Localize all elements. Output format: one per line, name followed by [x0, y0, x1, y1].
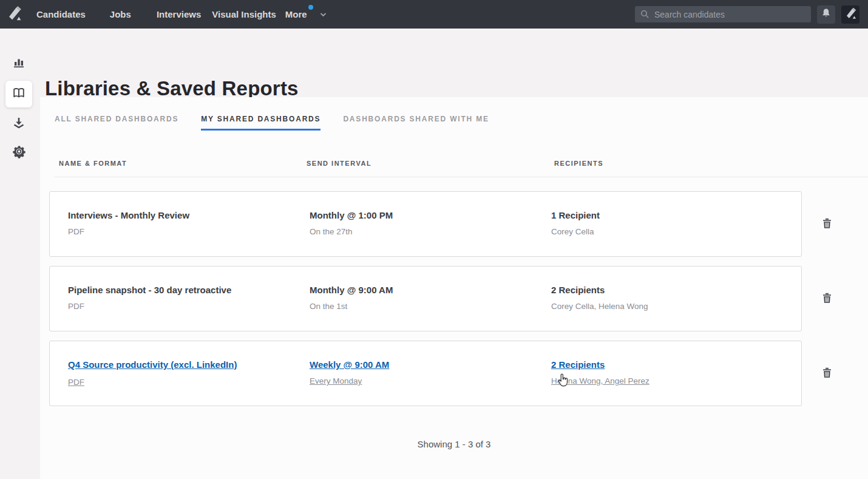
send-interval: Monthly @ 9:00 AM	[310, 285, 551, 295]
recipients-count: 1 Recipient	[551, 210, 801, 220]
recipients-names: Corey Cella	[551, 227, 801, 236]
recipients-names: Corey Cella, Helena Wong	[551, 302, 801, 311]
report-row-hovered[interactable]: Q4 Source productivity (excl. LinkedIn) …	[49, 341, 802, 406]
send-interval-detail: Every Monday	[310, 376, 551, 386]
bell-icon	[821, 8, 831, 21]
download-icon	[12, 116, 25, 132]
send-interval-cell: Monthly @ 1:00 PM On the 27th	[310, 210, 551, 256]
report-name: Pipeline snapshot - 30 day retroactive	[68, 285, 310, 295]
nav-item-more[interactable]: More	[285, 9, 307, 19]
gear-icon	[12, 144, 26, 161]
profile-button[interactable]	[841, 5, 860, 24]
sidebar-item-settings[interactable]	[5, 139, 32, 166]
main-panel: ALL SHARED DASHBOARDS MY SHARED DASHBOAR…	[40, 97, 868, 479]
send-interval-cell: Weekly @ 9:00 AM Every Monday	[310, 359, 551, 406]
pagination-status: Showing 1 - 3 of 3	[40, 439, 868, 449]
send-interval-detail: On the 27th	[310, 227, 551, 236]
delete-report-button[interactable]	[818, 290, 835, 307]
more-label: More	[285, 9, 307, 19]
send-interval: Weekly @ 9:00 AM	[310, 359, 551, 370]
column-header-send-interval: SEND INTERVAL	[307, 160, 371, 167]
search-input[interactable]	[635, 6, 811, 22]
sidebar-item-insights[interactable]	[5, 50, 32, 77]
column-header-recipients: RECIPIENTS	[554, 160, 603, 167]
report-row[interactable]: Interviews - Monthly Review PDF Monthly …	[49, 191, 802, 257]
report-format: PDF	[68, 302, 310, 311]
name-format-cell: Interviews - Monthly Review PDF	[68, 210, 310, 256]
recipients-cell: 1 Recipient Corey Cella	[551, 210, 801, 256]
name-format-cell: Pipeline snapshot - 30 day retroactive P…	[68, 285, 310, 331]
report-format: PDF	[68, 378, 84, 387]
send-interval: Monthly @ 1:00 PM	[310, 210, 551, 220]
page-header: Libraries & Saved Reports	[0, 29, 868, 97]
nav-item-interviews[interactable]: Interviews	[157, 9, 201, 19]
report-name: Q4 Source productivity (excl. LinkedIn)	[68, 359, 310, 370]
notification-dot	[308, 5, 313, 10]
search-icon	[640, 10, 649, 21]
recipients-count: 2 Recipients	[551, 359, 801, 370]
tab-bar: ALL SHARED DASHBOARDS MY SHARED DASHBOAR…	[55, 115, 489, 131]
sidebar-item-exports[interactable]	[5, 110, 32, 137]
nav-item-jobs[interactable]: Jobs	[110, 9, 131, 19]
left-sidebar	[0, 29, 40, 479]
report-row[interactable]: Pipeline snapshot - 30 day retroactive P…	[49, 266, 802, 331]
recipients-cell: 2 Recipients Helena Wong, Angel Perez	[551, 359, 801, 406]
nav-right-cluster	[635, 5, 868, 24]
library-book-icon	[12, 86, 25, 102]
bar-chart-icon	[13, 56, 25, 71]
name-format-cell: Q4 Source productivity (excl. LinkedIn) …	[68, 359, 310, 406]
header-divider	[54, 177, 868, 177]
lever-logo-button[interactable]	[0, 0, 28, 29]
recipients-cell: 2 Recipients Corey Cella, Helena Wong	[551, 285, 801, 331]
tab-dashboards-shared-with-me[interactable]: DASHBOARDS SHARED WITH ME	[343, 115, 489, 131]
sidebar-item-libraries[interactable]	[5, 81, 32, 107]
top-nav: Candidates Jobs Interviews Visual Insigh…	[0, 0, 868, 29]
lever-pencil-logo-icon	[6, 5, 22, 24]
nav-item-candidates[interactable]: Candidates	[36, 9, 86, 19]
delete-report-button[interactable]	[818, 216, 835, 233]
tab-all-shared-dashboards[interactable]: ALL SHARED DASHBOARDS	[55, 115, 178, 131]
send-interval-detail: On the 1st	[310, 302, 551, 311]
chevron-down-icon[interactable]	[320, 12, 327, 17]
recipients-names: Helena Wong, Angel Perez	[551, 376, 801, 386]
nav-item-visual-insights[interactable]: Visual Insights	[212, 9, 276, 19]
lever-pencil-profile-icon	[844, 7, 857, 22]
trash-icon	[822, 217, 832, 231]
tab-my-shared-dashboards[interactable]: MY SHARED DASHBOARDS	[201, 115, 320, 131]
delete-report-button[interactable]	[818, 365, 835, 382]
recipients-count: 2 Recipients	[551, 285, 801, 295]
trash-icon	[822, 367, 832, 381]
trash-icon	[822, 292, 832, 306]
table-column-headers: NAME & FORMAT SEND INTERVAL RECIPIENTS	[40, 160, 868, 172]
search-box	[635, 6, 811, 22]
send-interval-cell: Monthly @ 9:00 AM On the 1st	[310, 285, 551, 331]
report-name: Interviews - Monthly Review	[68, 210, 310, 220]
column-header-name-format: NAME & FORMAT	[59, 160, 127, 167]
notifications-button[interactable]	[817, 5, 835, 24]
report-format: PDF	[68, 227, 310, 236]
